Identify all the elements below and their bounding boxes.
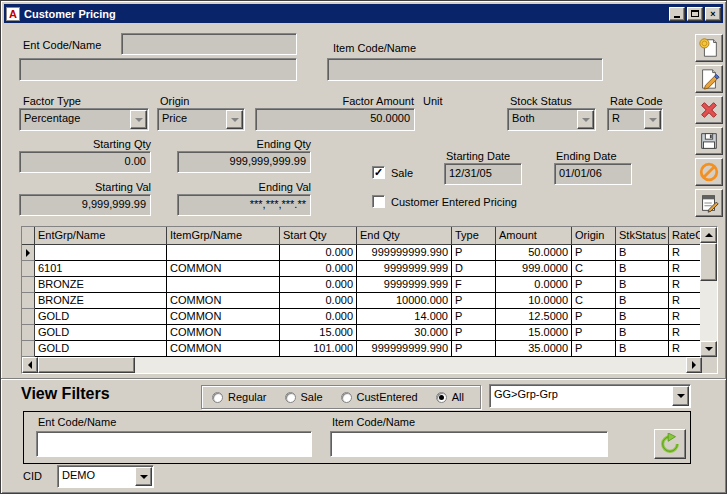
new-record-button[interactable] <box>695 34 723 62</box>
starting-val-input[interactable]: 9,999,999.99 <box>19 194 151 216</box>
horizontal-scroll-thumb[interactable] <box>38 357 135 373</box>
table-cell[interactable]: 50.0000 <box>496 245 572 261</box>
ending-val-input[interactable]: ***,***,***.** <box>177 194 311 216</box>
save-record-button[interactable] <box>695 127 723 155</box>
ending-qty-input[interactable]: 999,999,999.99 <box>177 151 311 173</box>
table-cell[interactable]: R <box>669 325 702 341</box>
table-cell[interactable]: R <box>669 261 702 277</box>
column-header[interactable]: ItemGrp/Name <box>167 227 280 245</box>
table-cell[interactable] <box>167 277 280 293</box>
table-cell[interactable]: B <box>616 261 669 277</box>
table-cell[interactable]: 15.000 <box>280 325 357 341</box>
table-cell[interactable]: 12.5000 <box>496 309 572 325</box>
filter-ent-code-input[interactable] <box>36 431 312 457</box>
row-selector-cell[interactable] <box>22 261 35 277</box>
table-cell[interactable]: 0.000 <box>280 245 357 261</box>
column-header[interactable]: EntGrp/Name <box>35 227 167 245</box>
radio-regular[interactable]: Regular <box>212 391 267 403</box>
row-selector-cell[interactable] <box>22 341 35 357</box>
chevron-down-icon[interactable] <box>672 386 689 406</box>
table-row[interactable]: GOLDCOMMON15.00030.000P15.0000PBR <box>22 325 702 341</box>
radio-custentered[interactable]: CustEntered <box>341 391 418 403</box>
ent-name-display[interactable] <box>19 58 297 81</box>
cancel-button[interactable] <box>695 158 723 186</box>
table-row[interactable]: BRONZE0.0009999999.999F0.0000PBR <box>22 277 702 293</box>
column-header[interactable]: Start Qty <box>280 227 357 245</box>
grid-horizontal-scrollbar[interactable] <box>22 357 702 373</box>
table-cell[interactable]: C <box>572 261 616 277</box>
sale-checkbox[interactable]: ✓ Sale <box>372 166 413 179</box>
chevron-down-icon[interactable] <box>226 110 243 129</box>
title-bar[interactable]: A Customer Pricing × <box>4 4 723 23</box>
table-cell[interactable]: P <box>452 309 496 325</box>
table-cell[interactable]: R <box>669 293 702 309</box>
table-cell[interactable]: 10.0000 <box>496 293 572 309</box>
table-cell[interactable]: 0.000 <box>280 293 357 309</box>
table-cell[interactable]: P <box>572 309 616 325</box>
table-cell[interactable]: 9999999.999 <box>357 261 452 277</box>
row-selector-header[interactable] <box>22 227 35 245</box>
scroll-left-button[interactable] <box>22 357 38 373</box>
table-cell[interactable]: C <box>572 293 616 309</box>
column-header[interactable]: RateCo <box>669 227 702 245</box>
chevron-down-icon[interactable] <box>644 110 661 129</box>
table-cell[interactable]: R <box>669 341 702 357</box>
table-cell[interactable]: P <box>452 293 496 309</box>
scroll-down-button[interactable] <box>700 341 717 357</box>
scroll-right-button[interactable] <box>686 357 702 373</box>
table-cell[interactable]: 0.0000 <box>496 277 572 293</box>
column-header[interactable]: Type <box>452 227 496 245</box>
table-cell[interactable]: B <box>616 325 669 341</box>
table-cell[interactable]: 30.000 <box>357 325 452 341</box>
table-cell[interactable]: R <box>669 245 702 261</box>
grid-vertical-scrollbar[interactable] <box>700 227 717 357</box>
column-header[interactable]: End Qty <box>357 227 452 245</box>
table-cell[interactable]: 6101 <box>35 261 167 277</box>
table-cell[interactable]: B <box>616 341 669 357</box>
edit-record-button[interactable] <box>695 65 723 93</box>
maximize-button[interactable] <box>687 7 703 21</box>
table-cell[interactable]: 14.000 <box>357 309 452 325</box>
notes-button[interactable] <box>695 189 723 217</box>
table-cell[interactable]: BRONZE <box>35 277 167 293</box>
table-cell[interactable]: P <box>452 341 496 357</box>
table-cell[interactable]: COMMON <box>167 309 280 325</box>
table-cell[interactable]: 999999999.990 <box>357 341 452 357</box>
item-code-input[interactable] <box>327 58 603 81</box>
table-cell[interactable]: B <box>616 293 669 309</box>
table-cell[interactable]: 0.000 <box>280 261 357 277</box>
column-header[interactable]: Origin <box>572 227 616 245</box>
table-cell[interactable]: COMMON <box>167 293 280 309</box>
table-row[interactable]: GOLDCOMMON101.000999999999.990P35.0000PB… <box>22 341 702 357</box>
table-cell[interactable]: 9999999.999 <box>357 277 452 293</box>
starting-qty-input[interactable]: 0.00 <box>19 151 151 173</box>
table-cell[interactable]: F <box>452 277 496 293</box>
factor-amount-input[interactable]: 50.0000 <box>255 108 415 131</box>
table-row[interactable]: 6101COMMON0.0009999999.999D999.0000CBR <box>22 261 702 277</box>
table-cell[interactable]: 0.000 <box>280 277 357 293</box>
filter-item-code-input[interactable] <box>330 431 608 457</box>
table-cell[interactable]: BRONZE <box>35 293 167 309</box>
table-cell[interactable]: 999.0000 <box>496 261 572 277</box>
origin-combo[interactable]: Price <box>157 108 245 131</box>
view-mode-combo[interactable]: GG>Grp-Grp <box>489 384 691 408</box>
stock-status-combo[interactable]: Both <box>507 108 596 131</box>
table-cell[interactable]: GOLD <box>35 341 167 357</box>
table-cell[interactable] <box>35 245 167 261</box>
starting-date-input[interactable]: 12/31/05 <box>444 163 522 185</box>
factor-type-combo[interactable]: Percentage <box>19 108 149 131</box>
table-cell[interactable]: 15.0000 <box>496 325 572 341</box>
table-cell[interactable] <box>167 245 280 261</box>
table-cell[interactable]: B <box>616 245 669 261</box>
cid-combo[interactable]: DEMO <box>57 465 154 488</box>
table-cell[interactable]: P <box>452 245 496 261</box>
column-header[interactable]: Amount <box>496 227 572 245</box>
column-header[interactable]: StkStatus <box>616 227 669 245</box>
table-cell[interactable]: 35.0000 <box>496 341 572 357</box>
table-cell[interactable]: COMMON <box>167 325 280 341</box>
table-cell[interactable]: P <box>572 325 616 341</box>
rate-code-combo[interactable]: R <box>607 108 663 131</box>
table-cell[interactable]: P <box>572 245 616 261</box>
row-selector-cell[interactable] <box>22 325 35 341</box>
close-button[interactable]: × <box>705 7 721 21</box>
